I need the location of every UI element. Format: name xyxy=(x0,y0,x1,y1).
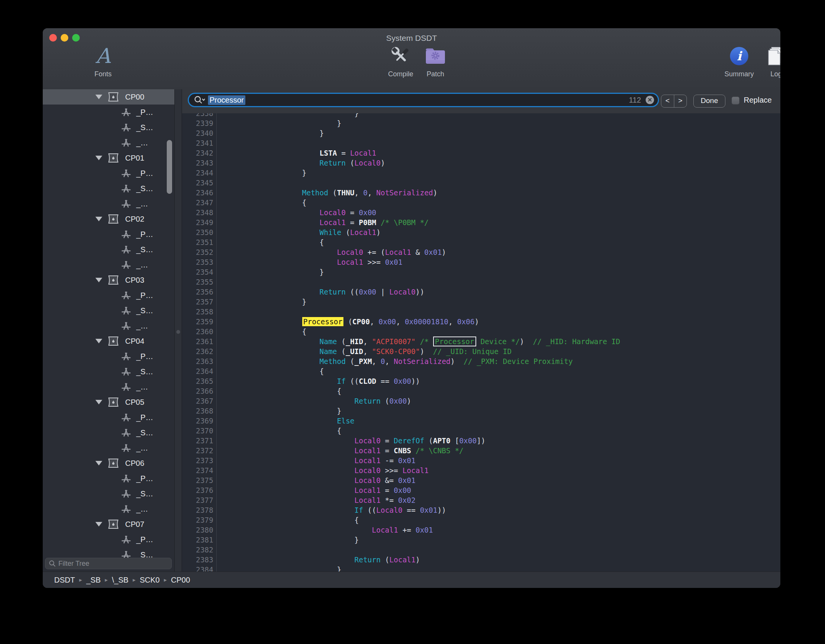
tree-group-label: CP02 xyxy=(125,215,144,224)
done-button[interactable]: Done xyxy=(693,95,725,108)
code-symbol-icon xyxy=(121,321,131,331)
disclosure-triangle-icon[interactable] xyxy=(95,522,102,526)
tree-group-cp05[interactable]: CP05 xyxy=(43,394,174,410)
tree-group-cp04[interactable]: CP04 xyxy=(43,333,174,349)
tree-item-label: _… xyxy=(136,200,148,208)
tree-item-label: _P… xyxy=(136,108,153,117)
line-number: 2339 xyxy=(182,118,216,128)
breadcrumb-separator-icon: ▸ xyxy=(164,576,167,583)
code-line: 2353 Local1 >>= 0x01 xyxy=(182,257,780,267)
disclosure-triangle-icon[interactable] xyxy=(95,400,102,404)
line-number: 2374 xyxy=(182,465,216,475)
disclosure-triangle-icon[interactable] xyxy=(95,461,102,465)
find-previous-button[interactable]: < xyxy=(661,95,674,107)
tree-item[interactable]: _P… xyxy=(43,532,174,547)
tree-item[interactable]: _… xyxy=(43,501,174,517)
tree-group-cp06[interactable]: CP06 xyxy=(43,456,174,471)
tree-item-label: _S… xyxy=(136,367,153,376)
log-toolbar-button[interactable]: Log xyxy=(753,42,780,78)
tree-item[interactable]: _S… xyxy=(43,364,174,379)
code-symbol-icon xyxy=(121,504,131,514)
find-next-button[interactable]: > xyxy=(674,95,687,107)
tree-group-label: CP06 xyxy=(125,459,144,468)
line-number: 2358 xyxy=(182,307,216,317)
breadcrumb-item[interactable]: SCK0 xyxy=(140,576,160,584)
tree-group-label: CP03 xyxy=(125,276,144,285)
tree-item[interactable]: _P… xyxy=(43,227,174,242)
code-symbol-icon xyxy=(121,367,131,377)
breadcrumb-item[interactable]: CP00 xyxy=(171,576,190,584)
tree-item[interactable]: _S… xyxy=(43,303,174,318)
scope-badge-icon xyxy=(108,336,119,346)
disclosure-triangle-icon[interactable] xyxy=(95,156,102,160)
tree-group-cp07[interactable]: CP07 xyxy=(43,517,174,532)
search-icon[interactable] xyxy=(193,95,205,105)
tree-item-label: _P… xyxy=(136,352,153,361)
tree-item[interactable]: _S… xyxy=(43,425,174,440)
tree-item[interactable]: _S… xyxy=(43,120,174,135)
clear-search-icon[interactable]: ✕ xyxy=(646,96,654,104)
tree-item[interactable]: _S… xyxy=(43,486,174,501)
tree-item[interactable]: _… xyxy=(43,379,174,394)
tree-item[interactable]: _… xyxy=(43,440,174,456)
filter-search-icon xyxy=(49,560,56,567)
line-number: 2338 xyxy=(182,113,216,118)
tree-item-label: _S… xyxy=(136,306,153,315)
app-window: System DSDT A Fonts Comp xyxy=(43,28,780,588)
tree-item[interactable]: _… xyxy=(43,257,174,272)
tree-group-cp01[interactable]: CP01 xyxy=(43,150,174,166)
pane-splitter[interactable] xyxy=(174,89,182,572)
tree-item-label: _S… xyxy=(136,245,153,254)
navigation-sidebar: CP00 _P… _S… _… CP01 _P… _S… _… CP02 _P… xyxy=(43,89,174,572)
search-result-count: 112 xyxy=(629,96,641,105)
tree-item[interactable]: _S… xyxy=(43,242,174,257)
code-symbol-icon xyxy=(121,443,131,453)
code-line: 2363 Method (_PXM, 0, NotSerialized) // … xyxy=(182,356,780,366)
tree-item[interactable]: _P… xyxy=(43,410,174,425)
tree-item-label: _… xyxy=(136,322,148,330)
toolbar: System DSDT A Fonts Comp xyxy=(43,28,780,90)
breadcrumb-item[interactable]: _SB xyxy=(86,576,101,584)
line-number: 2345 xyxy=(182,178,216,188)
tree-group-cp02[interactable]: CP02 xyxy=(43,211,174,227)
code-symbol-icon xyxy=(121,382,131,392)
disclosure-triangle-icon[interactable] xyxy=(95,278,102,282)
line-number: 2373 xyxy=(182,456,216,465)
scope-badge-icon xyxy=(108,519,119,529)
code-symbol-icon xyxy=(121,168,131,179)
disclosure-triangle-icon[interactable] xyxy=(95,339,102,343)
tree-item[interactable]: _… xyxy=(43,196,174,211)
tree-item[interactable]: _… xyxy=(43,318,174,333)
fonts-toolbar-button[interactable]: A Fonts xyxy=(80,42,126,78)
line-number: 2352 xyxy=(182,247,216,257)
disclosure-triangle-icon[interactable] xyxy=(95,217,102,221)
sidebar-scrollbar-thumb[interactable] xyxy=(167,140,172,194)
disclosure-triangle-icon[interactable] xyxy=(95,95,102,99)
tree-item[interactable]: _P… xyxy=(43,288,174,303)
replace-checkbox[interactable] xyxy=(732,97,740,105)
line-number: 2369 xyxy=(182,416,216,426)
tree-item[interactable]: _P… xyxy=(43,105,174,120)
tree-group-cp03[interactable]: CP03 xyxy=(43,272,174,288)
line-number: 2357 xyxy=(182,297,216,307)
patch-toolbar-button[interactable]: Patch xyxy=(412,42,458,78)
breadcrumb-item[interactable]: DSDT xyxy=(54,576,75,584)
line-number: 2366 xyxy=(182,386,216,396)
search-input[interactable]: Processor 112 ✕ xyxy=(188,93,659,107)
tree-item[interactable]: _P… xyxy=(43,166,174,181)
code-line: 2358 xyxy=(182,307,780,317)
breadcrumb-item[interactable]: \_SB xyxy=(112,576,128,584)
tree-item[interactable]: _P… xyxy=(43,471,174,486)
filter-tree-input[interactable]: Filter Tree xyxy=(45,558,172,569)
tree-item[interactable]: _S… xyxy=(43,547,174,558)
tree-item[interactable]: _P… xyxy=(43,349,174,364)
tree-group-cp00[interactable]: CP00 xyxy=(43,89,174,105)
tree-item-label: _… xyxy=(136,261,148,269)
tree-item[interactable]: _S… xyxy=(43,181,174,196)
code-line: 2373 Local1 -= 0x01 xyxy=(182,456,780,465)
window-title: System DSDT xyxy=(43,34,780,43)
line-number: 2342 xyxy=(182,148,216,158)
code-editor[interactable]: 2338 }2339 }2340 }23412342 LSTA = Local1… xyxy=(182,113,780,572)
tree-item[interactable]: _… xyxy=(43,135,174,150)
code-symbol-icon xyxy=(121,138,131,148)
